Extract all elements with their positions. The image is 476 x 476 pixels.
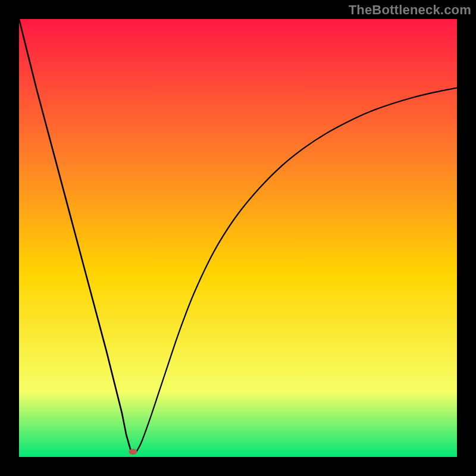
- gradient-background: [19, 19, 457, 457]
- plot-area: [19, 19, 457, 457]
- bottleneck-marker: [129, 449, 137, 455]
- watermark-text: TheBottleneck.com: [349, 2, 471, 18]
- chart-container: TheBottleneck.com: [0, 0, 476, 476]
- chart-svg: [19, 19, 457, 457]
